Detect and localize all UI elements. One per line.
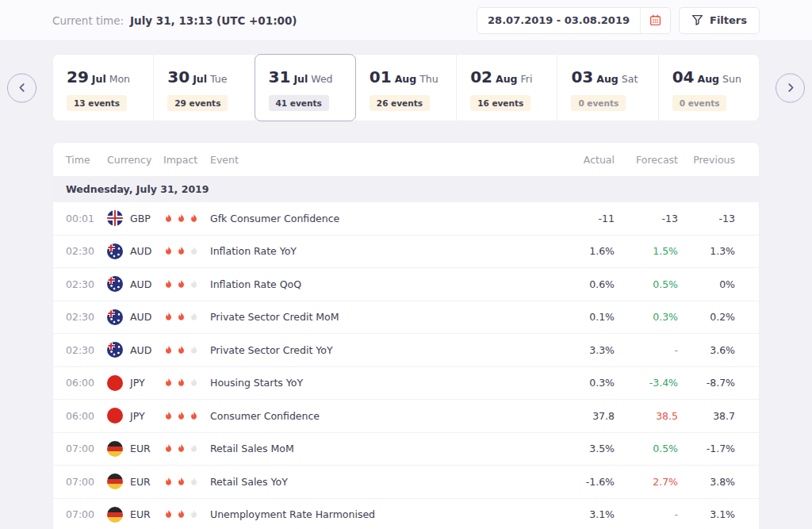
day-month: Jul — [92, 73, 106, 85]
table-row[interactable]: 06:00 JPY Housing Starts YoY 0.3% -3.4% … — [53, 367, 759, 401]
currency-cell: AUD — [107, 276, 163, 292]
day-tab[interactable]: 01AugThu 26 events — [356, 55, 457, 121]
table-row[interactable]: 02:30 AUD Inflation Rate YoY 1.6% 1.5% 1… — [53, 236, 759, 269]
previous-value: 3.1% — [678, 508, 735, 520]
currency-cell: JPY — [107, 375, 163, 391]
day-tab[interactable]: 30JulTue 29 events — [154, 55, 255, 121]
previous-value: -1.7% — [678, 443, 735, 454]
event-name: Consumer Confidence — [210, 410, 551, 422]
flame-icon — [189, 477, 199, 487]
day-tab[interactable]: 02AugFri 16 events — [457, 55, 557, 121]
events-table: Time Currency Impact Event Actual Foreca… — [52, 142, 760, 529]
day-tab[interactable]: 03AugSat 0 events — [557, 55, 658, 121]
table-row[interactable]: 06:00 JPY Consumer Confidence 37.8 38.5 … — [53, 400, 759, 433]
header-currency: Currency — [107, 154, 163, 166]
filters-button[interactable]: Filters — [679, 7, 760, 34]
previous-value: 0% — [678, 278, 735, 290]
flame-icon — [176, 246, 186, 256]
event-time: 02:30 — [66, 344, 107, 356]
currency-cell: JPY — [107, 408, 163, 424]
event-time: 06:00 — [66, 410, 107, 422]
day-tabs: 29JulMon 13 events 30JulTue 29 events 31… — [52, 54, 760, 121]
flame-icon — [189, 411, 199, 421]
day-tab-title: 31JulWed — [269, 67, 355, 86]
forecast-value: - — [615, 508, 678, 520]
day-weekday: Thu — [419, 73, 438, 85]
day-tab[interactable]: 29JulMon 13 events — [53, 55, 154, 121]
impact-flames — [163, 246, 210, 256]
currency-flag-icon — [107, 276, 123, 292]
flame-icon — [163, 279, 174, 289]
impact-flames — [163, 378, 210, 388]
impact-flames — [163, 411, 210, 421]
event-time: 07:00 — [66, 476, 107, 488]
day-number: 03 — [571, 67, 593, 86]
currency-cell: EUR — [107, 441, 163, 457]
actual-value: 3.3% — [551, 344, 615, 356]
day-tab-title: 29JulMon — [67, 67, 153, 86]
previous-value: 0.2% — [678, 311, 735, 323]
table-row[interactable]: 07:00 EUR Unemployment Rate Harmonised 3… — [53, 499, 759, 529]
actual-value: 0.3% — [551, 377, 615, 389]
flame-icon — [176, 443, 186, 454]
events-count-badge: 41 events — [269, 95, 329, 111]
day-tab-title: 04AugSun — [672, 67, 759, 86]
day-month: Jul — [293, 73, 308, 85]
prev-week-button[interactable] — [7, 73, 36, 102]
forecast-value: 0.3% — [615, 311, 678, 323]
table-body: 00:01 GBP Gfk Consumer Confidence -11 -1… — [53, 202, 759, 529]
event-name: Gfk Consumer Confidence — [210, 213, 551, 224]
day-month: Aug — [395, 73, 417, 85]
table-row[interactable]: 00:01 GBP Gfk Consumer Confidence -11 -1… — [53, 202, 759, 236]
flame-icon — [189, 509, 199, 519]
currency-code: AUD — [130, 278, 151, 290]
header-event: Event — [210, 154, 551, 166]
actual-value: 0.1% — [551, 311, 615, 323]
date-range-value: 28.07.2019 - 03.08.2019 — [477, 14, 640, 26]
currency-code: EUR — [130, 443, 151, 454]
next-week-button[interactable] — [776, 73, 805, 102]
currency-cell: AUD — [107, 342, 163, 358]
calendar-icon[interactable] — [640, 8, 670, 33]
date-range-picker[interactable]: 28.07.2019 - 03.08.2019 — [477, 7, 671, 34]
day-tab[interactable]: 31JulWed 41 events — [255, 55, 356, 121]
impact-flames — [163, 213, 210, 224]
currency-cell: AUD — [107, 309, 163, 325]
day-tab-title: 01AugThu — [370, 67, 456, 86]
impact-flames — [163, 443, 210, 454]
flame-icon — [176, 279, 186, 289]
day-month: Aug — [596, 73, 619, 85]
table-row[interactable]: 07:00 EUR Retail Sales MoM 3.5% 0.5% -1.… — [53, 433, 759, 466]
chevron-right-icon — [785, 82, 796, 94]
flame-icon — [189, 312, 199, 322]
currency-flag-icon — [107, 441, 123, 457]
flame-icon — [189, 246, 199, 256]
actual-value: -1.6% — [551, 476, 615, 488]
currency-cell: GBP — [107, 210, 163, 226]
top-bar-actions: 28.07.2019 - 03.08.2019 Filters — [477, 7, 760, 34]
day-weekday: Sat — [622, 73, 638, 85]
event-name: Inflation Rate YoY — [210, 245, 551, 257]
impact-flames — [163, 345, 210, 355]
currency-code: EUR — [130, 508, 151, 520]
day-weekday: Sun — [722, 73, 741, 85]
previous-value: 38.7 — [678, 410, 735, 422]
table-row[interactable]: 02:30 AUD Private Sector Credit MoM 0.1%… — [53, 301, 759, 335]
flame-icon — [163, 213, 174, 224]
currency-flag-icon — [107, 243, 123, 259]
currency-flag-icon — [107, 309, 123, 325]
day-number: 04 — [672, 67, 695, 86]
table-row[interactable]: 02:30 AUD Private Sector Credit YoY 3.3%… — [53, 334, 759, 367]
flame-icon — [163, 312, 174, 322]
event-time: 00:01 — [66, 213, 107, 224]
previous-value: 3.6% — [678, 344, 735, 356]
impact-flames — [163, 312, 210, 322]
currency-cell: EUR — [107, 507, 163, 523]
table-row[interactable]: 07:00 EUR Retail Sales YoY -1.6% 2.7% 3.… — [53, 466, 759, 499]
currency-flag-icon — [107, 210, 123, 226]
currency-code: AUD — [130, 344, 151, 356]
forecast-value: -13 — [615, 213, 678, 224]
table-row[interactable]: 02:30 AUD Inflation Rate QoQ 0.6% 0.5% 0… — [53, 268, 759, 301]
day-tab[interactable]: 04AugSun 0 events — [659, 55, 759, 121]
event-name: Retail Sales MoM — [210, 443, 551, 454]
